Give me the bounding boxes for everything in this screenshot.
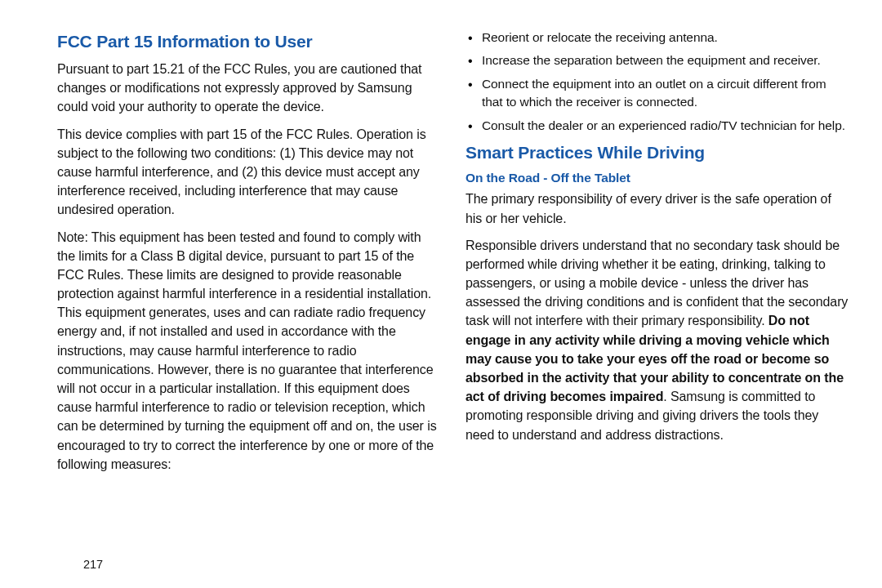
right-column: Reorient or relocate the receiving anten… bbox=[466, 29, 858, 482]
driving-para-responsible: Responsible drivers understand that no s… bbox=[466, 236, 849, 444]
interference-measures-list: Reorient or relocate the receiving anten… bbox=[466, 29, 849, 135]
left-column: FCC Part 15 Information to User Pursuant… bbox=[57, 29, 441, 482]
fcc-para-1: Pursuant to part 15.21 of the FCC Rules,… bbox=[57, 60, 441, 117]
fcc-para-2: This device complies with part 15 of the… bbox=[57, 125, 441, 220]
list-item: Reorient or relocate the receiving anten… bbox=[466, 29, 849, 47]
list-item: Connect the equipment into an outlet on … bbox=[466, 75, 849, 112]
list-item: Consult the dealer or an experienced rad… bbox=[466, 117, 849, 135]
driving-heading: Smart Practices While Driving bbox=[466, 143, 849, 163]
page-number: 217 bbox=[83, 558, 103, 571]
fcc-para-3: Note: This equipment has been tested and… bbox=[57, 228, 441, 474]
document-page: FCC Part 15 Information to User Pursuant… bbox=[0, 0, 882, 482]
list-item: Increase the separation between the equi… bbox=[466, 51, 849, 69]
driving-para-primary: The primary responsibility of every driv… bbox=[466, 189, 849, 227]
driving-subheading: On the Road - Off the Tablet bbox=[466, 171, 849, 185]
fcc-heading: FCC Part 15 Information to User bbox=[57, 32, 441, 51]
